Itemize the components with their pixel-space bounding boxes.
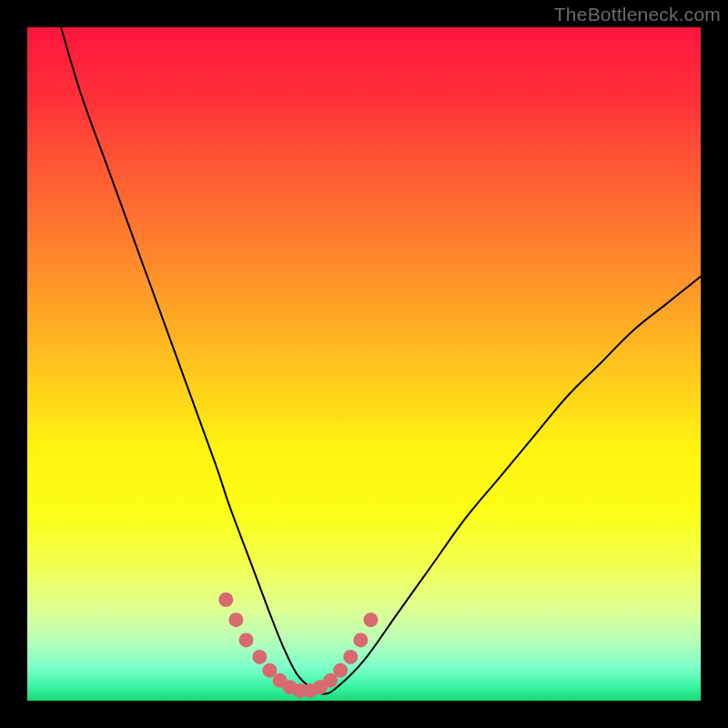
marker-dot <box>218 592 233 607</box>
marker-dot <box>333 663 348 678</box>
plot-area <box>27 27 701 701</box>
marker-dot <box>363 612 378 627</box>
marker-dot <box>353 632 368 647</box>
marker-dot <box>228 612 243 627</box>
bottleneck-curve <box>61 27 701 694</box>
marker-dot <box>252 650 267 664</box>
watermark-text: TheBottleneck.com <box>554 4 721 25</box>
marker-dot <box>343 650 358 664</box>
chart-svg <box>27 27 701 701</box>
marker-dot <box>239 632 254 647</box>
chart-frame: TheBottleneck.com <box>0 0 728 728</box>
highlight-markers <box>218 592 378 698</box>
